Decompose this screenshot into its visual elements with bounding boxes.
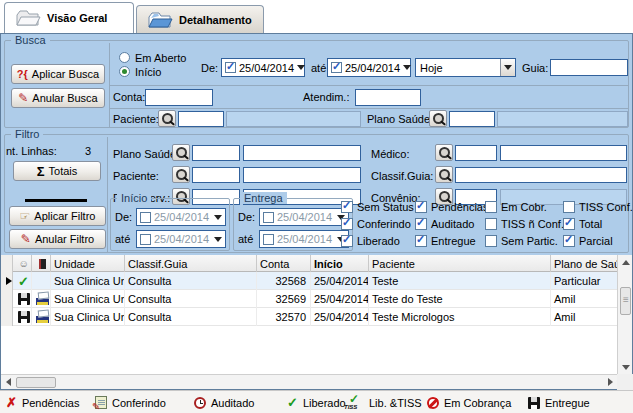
sigma-icon: Σ xyxy=(37,164,45,179)
guia-input[interactable] xyxy=(550,59,628,76)
sem-status-checkbox[interactable] xyxy=(341,201,353,213)
vertical-scrollbar[interactable] xyxy=(617,255,632,374)
busca-plano-saude-search-button[interactable] xyxy=(429,110,447,127)
paciente-column-header[interactable]: Paciente xyxy=(369,255,551,272)
inicio-cell: 25/04/2014 xyxy=(311,272,369,290)
entrega-ate-label: até xyxy=(238,233,253,245)
conta-column-header[interactable]: Conta xyxy=(257,255,311,272)
filtro-paciente-code-input[interactable] xyxy=(192,167,240,183)
em-cobr-label: Em Cobr. xyxy=(501,201,547,213)
unidade-cell: Sua Clinica Uni xyxy=(51,308,125,326)
status-icon: ☺ xyxy=(18,259,28,269)
busca-paciente-search-button[interactable] xyxy=(158,110,176,127)
horizontal-scrollbar[interactable] xyxy=(1,374,617,389)
aplicar-busca-button[interactable]: ?{ Aplicar Busca xyxy=(11,64,105,84)
conta-input[interactable] xyxy=(145,89,213,106)
atendim-input[interactable] xyxy=(355,89,421,106)
legend-liberado: ✓ Liberado xyxy=(287,391,346,413)
table-row[interactable]: Sua Clinica Uni Consulta 32569 25/04/201… xyxy=(1,290,617,308)
inicio-cell: 25/04/2014 xyxy=(311,308,369,326)
entregue-checkbox[interactable] xyxy=(415,235,427,247)
inicio-radio[interactable] xyxy=(119,66,130,77)
parcial-checkbox[interactable] xyxy=(563,235,575,247)
scroll-up-button[interactable] xyxy=(618,255,633,269)
chevron-down-icon[interactable] xyxy=(214,237,222,242)
unidade-column-header[interactable]: Unidade xyxy=(51,255,125,272)
ate-label: até xyxy=(311,62,326,74)
de-date-checkbox[interactable] xyxy=(225,62,236,73)
classif-guia-cell: Consulta xyxy=(125,308,257,326)
question-brace-icon: ?{ xyxy=(17,69,28,80)
entrega-de-checkbox[interactable] xyxy=(263,212,274,223)
total-checkbox[interactable] xyxy=(563,218,575,230)
em-aberto-radio[interactable] xyxy=(119,52,130,63)
filtro-paciente-search-button[interactable] xyxy=(172,166,190,183)
classif-guia-cell: Consulta xyxy=(125,290,257,308)
tab-detalhamento[interactable]: Detalhamento xyxy=(136,5,264,33)
unidade-cell: Sua Clinica Uni xyxy=(51,290,125,308)
horizontal-scroll-thumb[interactable] xyxy=(16,377,56,388)
busca-ate-datepicker[interactable]: 25/04/2014 xyxy=(327,58,411,77)
scroll-left-button[interactable] xyxy=(1,375,15,389)
tiss-conf-checkbox[interactable] xyxy=(563,201,575,213)
entrega-de-datepicker[interactable]: 25/04/2014 xyxy=(259,208,349,226)
anular-filtro-button[interactable]: ✎ Anular Filtro xyxy=(9,229,106,249)
plano-saude-column-header[interactable]: Plano de Saúde xyxy=(551,255,617,272)
liberado-checkbox[interactable] xyxy=(341,235,353,247)
filtro-plano-saude-code-input[interactable] xyxy=(192,145,240,161)
triangle-left-icon xyxy=(6,378,11,386)
table-row[interactable]: ✓ Sua Clinica Uni Consulta 32568 25/04/2… xyxy=(1,272,617,290)
chevron-down-icon[interactable] xyxy=(214,215,222,220)
de-date-value: 25/04/2014 xyxy=(239,62,294,74)
status-icon-column-header[interactable]: ☺ xyxy=(13,255,32,272)
inicio-de-checkbox[interactable] xyxy=(140,212,151,223)
totais-button[interactable]: Σ Totais xyxy=(13,161,101,181)
paciente-cell: Teste Micrologos xyxy=(369,308,551,326)
print-icon-column-header[interactable] xyxy=(32,255,51,272)
scroll-down-button[interactable] xyxy=(618,360,633,374)
busca-plano-saude-name-field xyxy=(497,111,628,127)
medico-name-input[interactable] xyxy=(500,145,627,161)
busca-paciente-code-input[interactable] xyxy=(178,111,224,127)
combo-dropdown-button[interactable] xyxy=(500,59,515,76)
entrega-ate-checkbox[interactable] xyxy=(263,234,274,245)
pendencias-checkbox[interactable] xyxy=(415,201,427,213)
entrega-ate-datepicker[interactable]: 25/04/2014 xyxy=(259,230,349,248)
filtro-plano-saude-search-button[interactable] xyxy=(172,144,190,161)
filtro-plano-saude-name-input[interactable] xyxy=(243,145,361,161)
tiss-n-conf-checkbox[interactable] xyxy=(485,218,497,230)
table-row[interactable]: Sua Clinica Uni Consulta 32570 25/04/201… xyxy=(1,308,617,326)
ate-date-checkbox[interactable] xyxy=(331,62,342,73)
busca-group-title: Busca xyxy=(11,34,50,46)
chevron-down-icon[interactable] xyxy=(297,65,305,70)
classif-guia-search-button[interactable] xyxy=(435,166,453,183)
busca-plano-saude-code-input[interactable] xyxy=(449,111,495,127)
vertical-scroll-thumb[interactable] xyxy=(620,287,631,315)
medico-search-button[interactable] xyxy=(435,144,453,161)
conferindo-checkbox[interactable] xyxy=(341,218,353,230)
scroll-right-button[interactable] xyxy=(603,375,617,389)
liberado-label: Liberado xyxy=(357,235,400,247)
sem-partic-checkbox[interactable] xyxy=(485,235,497,247)
filtro-paciente-name-input[interactable] xyxy=(243,167,361,183)
classif-guia-column-header[interactable]: Classif.Guia xyxy=(125,255,257,272)
auditado-checkbox[interactable] xyxy=(415,218,427,230)
chevron-down-icon[interactable] xyxy=(403,65,411,70)
busca-de-datepicker[interactable]: 25/04/2014 xyxy=(221,58,305,77)
inicio-ate-datepicker[interactable]: 25/04/2014 xyxy=(136,230,226,248)
status-icon-cell xyxy=(13,308,32,326)
liberado-check-icon: ✓ xyxy=(18,275,29,288)
periodo-combobox[interactable]: Hoje xyxy=(415,58,516,77)
medico-code-input[interactable] xyxy=(455,145,497,161)
classif-guia-input[interactable] xyxy=(455,167,627,183)
inicio-ate-checkbox[interactable] xyxy=(140,234,151,245)
inicio-de-datepicker[interactable]: 25/04/2014 xyxy=(136,208,226,226)
em-cobr-checkbox[interactable] xyxy=(485,201,497,213)
busca-plano-saude-label: Plano Saúde xyxy=(367,113,430,125)
aplicar-filtro-button[interactable]: ☞ Aplicar Filtro xyxy=(9,206,106,226)
legend-entregue-label: Entregue xyxy=(545,397,590,409)
tab-visao-geral[interactable]: Visão Geral xyxy=(4,2,134,33)
red-x-icon: ✗ xyxy=(6,396,17,409)
inicio-column-header[interactable]: Início xyxy=(311,255,369,272)
anular-busca-button[interactable]: ✎ Anular Busca xyxy=(11,88,105,108)
